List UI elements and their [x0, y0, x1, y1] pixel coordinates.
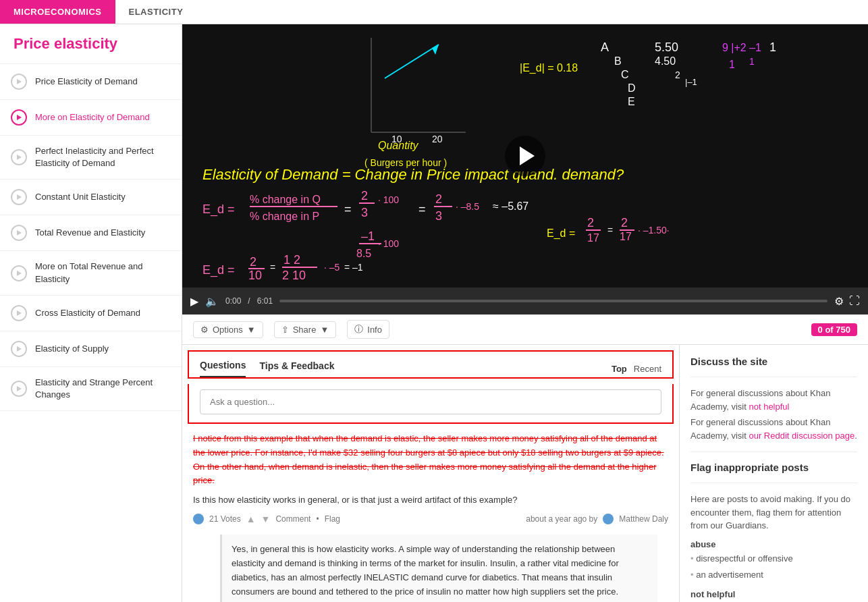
- sidebar-item-perfect-inelasticity[interactable]: Perfect Inelasticity and Perfect Elastic…: [0, 136, 182, 180]
- play-icon-6: [11, 305, 27, 321]
- question-main-text: Is this how elasticity works in general,…: [193, 493, 668, 508]
- top-navigation: MICROECONOMICS ELASTICITY: [0, 0, 868, 24]
- video-play-overlay[interactable]: [182, 24, 868, 288]
- flag-desc: Here are posts to avoid making. If you d…: [690, 493, 857, 532]
- not-helpful-title: not helpful: [690, 589, 857, 599]
- sidebar-item-more-elasticity-demand[interactable]: More on Elasticity of Demand: [0, 100, 182, 136]
- play-icon-2: [11, 149, 27, 165]
- sidebar: Price elasticity Price Elasticity of Dem…: [0, 24, 182, 602]
- questions-panel: Questions Tips & Feedback Top Recent I n…: [182, 345, 679, 602]
- options-button[interactable]: ⚙ Options ▼: [193, 321, 263, 338]
- sidebar-item-total-revenue[interactable]: Total Revenue and Elasticity: [0, 215, 182, 251]
- upvote-q1[interactable]: ▲: [246, 512, 256, 526]
- play-icon-4: [11, 225, 27, 241]
- info-button[interactable]: ⓘ Info: [347, 320, 389, 339]
- reddit-link-2[interactable]: our Reddit discussion page: [749, 431, 855, 441]
- questions-header: Questions Tips & Feedback Top Recent: [188, 350, 674, 379]
- svg-marker-8: [17, 386, 22, 391]
- tab-questions[interactable]: Questions: [200, 360, 246, 377]
- q1-votes: 21 Votes: [209, 513, 241, 526]
- author-avatar-q1: [603, 514, 614, 524]
- sort-recent[interactable]: Recent: [634, 364, 661, 374]
- video-controls-right: ⚙ ⛶: [834, 295, 860, 308]
- current-time: 0:00: [225, 296, 241, 306]
- flag-title: Flag inappropriate posts: [690, 462, 857, 473]
- nav-microeconomics[interactable]: MICROECONOMICS: [0, 0, 115, 24]
- q1-timestamp: about a year ago by: [526, 513, 597, 526]
- svg-marker-4: [17, 230, 22, 236]
- svg-marker-5: [17, 271, 22, 276]
- gear-icon: ⚙: [200, 325, 209, 335]
- q1-author: Matthew Daly: [619, 513, 668, 526]
- reddit-link[interactable]: not helpful: [749, 402, 789, 412]
- content-area: A B C D E 5.50 4.50 2 |–1 Quantity ( Bur…: [182, 24, 868, 602]
- play-button[interactable]: [505, 136, 545, 176]
- volume-button[interactable]: 🔈: [205, 295, 219, 308]
- info-icon: ⓘ: [354, 323, 363, 335]
- video-controls: ▶ 🔈 0:00 / 6:01 ⚙ ⛶: [182, 288, 868, 314]
- progress-bar[interactable]: [279, 300, 828, 302]
- share-button[interactable]: ⇧ Share ▼: [274, 321, 337, 338]
- play-icon-8: [11, 381, 27, 397]
- sidebar-item-elasticity-strange[interactable]: Elasticity and Strange Percent Changes: [0, 367, 182, 411]
- discuss-text: For general discussions about Khan Acade…: [690, 387, 857, 413]
- question-strikethrough-text: I notice from this example that when the…: [193, 432, 668, 488]
- question-1: I notice from this example that when the…: [182, 424, 679, 602]
- ask-input-container: [188, 384, 674, 424]
- svg-marker-3: [17, 194, 22, 200]
- tab-tips-feedback[interactable]: Tips & Feedback: [259, 360, 334, 377]
- sidebar-item-constant-unit[interactable]: Constant Unit Elasticity: [0, 180, 182, 215]
- questions-sort: Top Recent: [612, 364, 661, 374]
- user-avatar-q1: [193, 514, 204, 524]
- main-layout: Price elasticity Price Elasticity of Dem…: [0, 24, 868, 602]
- answer-text-1: Yes, in general this is how elasticity w…: [232, 543, 648, 602]
- sidebar-item-cross-elasticity[interactable]: Cross Elasticity of Demand: [0, 296, 182, 331]
- discuss-title: Discuss the site: [690, 356, 857, 367]
- svg-marker-1: [17, 115, 22, 120]
- play-icon-5: [11, 265, 27, 281]
- chevron-down-icon: ▼: [247, 325, 256, 335]
- play-icon-7: [11, 341, 27, 357]
- play-icon-3: [11, 189, 27, 205]
- answer-1: Yes, in general this is how elasticity w…: [220, 535, 657, 602]
- svg-marker-7: [17, 346, 22, 352]
- downvote-q1[interactable]: ▼: [261, 512, 271, 526]
- share-icon: ⇧: [281, 325, 289, 335]
- bullet-separator: •: [316, 513, 319, 526]
- discuss-desc: For general discussions about Khan Acade…: [690, 416, 857, 442]
- badge-count: 0 of 750: [811, 323, 857, 336]
- video-blackboard: A B C D E 5.50 4.50 2 |–1 Quantity ( Bur…: [182, 24, 868, 288]
- question-meta-1: 21 Votes ▲ ▼ Comment • Flag about a year…: [193, 512, 668, 526]
- abuse-title: abuse: [690, 539, 857, 549]
- play-icon: [11, 74, 27, 90]
- sidebar-item-more-total-revenue[interactable]: More on Total Revenue and Elasticity: [0, 251, 182, 295]
- flag-link-q1[interactable]: Flag: [325, 513, 340, 526]
- flag-advertisement: an advertisement: [690, 568, 857, 582]
- flag-disrespectful: disrespectful or offensive: [690, 552, 857, 566]
- play-pause-button[interactable]: ▶: [190, 295, 198, 308]
- sidebar-item-price-elasticity-demand[interactable]: Price Elasticity of Demand: [0, 64, 182, 100]
- comment-link-q1[interactable]: Comment: [275, 513, 310, 526]
- sort-top[interactable]: Top: [612, 364, 627, 374]
- sidebar-item-elasticity-supply[interactable]: Elasticity of Supply: [0, 331, 182, 367]
- play-icon-active: [11, 109, 27, 126]
- svg-marker-6: [17, 310, 22, 316]
- duration: 6:01: [257, 296, 273, 306]
- questions-area: Questions Tips & Feedback Top Recent I n…: [182, 345, 868, 602]
- time-separator: /: [248, 296, 250, 306]
- sidebar-title: Price elasticity: [0, 24, 182, 64]
- settings-button[interactable]: ⚙: [834, 295, 844, 308]
- video-toolbar: ⚙ Options ▼ ⇧ Share ▼ ⓘ Info 0 of 750: [182, 314, 868, 345]
- right-sidebar: Discuss the site For general discussions…: [679, 345, 868, 602]
- chevron-down-icon-share: ▼: [320, 325, 329, 335]
- fullscreen-button[interactable]: ⛶: [849, 295, 860, 307]
- ask-input[interactable]: [200, 389, 661, 414]
- svg-marker-0: [17, 79, 22, 84]
- nav-elasticity[interactable]: ELASTICITY: [115, 0, 197, 24]
- video-container: A B C D E 5.50 4.50 2 |–1 Quantity ( Bur…: [182, 24, 868, 314]
- svg-marker-2: [17, 155, 22, 160]
